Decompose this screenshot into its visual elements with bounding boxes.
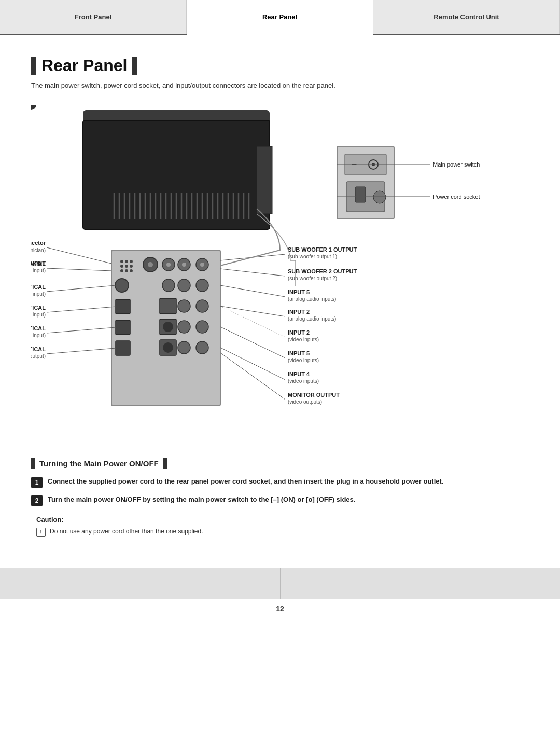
title-marker-right	[132, 57, 137, 75]
page-title-row: Rear Panel	[31, 56, 529, 75]
page-number: 12	[0, 599, 560, 618]
svg-point-45	[125, 260, 128, 263]
svg-point-79	[196, 341, 208, 354]
svg-text:(used by installation technici: (used by installation technician)	[31, 247, 46, 253]
caution-icon: !	[36, 528, 46, 537]
svg-text:INPUT 2: INPUT 2	[288, 329, 310, 336]
svg-text:MONITOR OUTPUT: MONITOR OUTPUT	[288, 392, 340, 398]
svg-point-54	[148, 262, 153, 267]
svg-text:(digital audio input): (digital audio input)	[31, 312, 46, 318]
svg-line-100	[220, 269, 285, 276]
svg-rect-66	[160, 298, 176, 314]
bottom-section: Turning the Main Power ON/OFF 1 Connect …	[0, 458, 560, 547]
svg-text:(sub-woofer output 1): (sub-woofer output 1)	[288, 254, 337, 259]
svg-point-56	[166, 263, 171, 267]
title-marker-left	[31, 57, 36, 75]
svg-rect-37	[355, 187, 366, 202]
svg-text:SUB WOOFER 1 OUTPUT: SUB WOOFER 1 OUTPUT	[288, 246, 357, 253]
svg-rect-75	[116, 341, 130, 355]
svg-text:(analog audio inputs): (analog audio inputs)	[288, 296, 336, 302]
svg-rect-30	[257, 146, 272, 214]
svg-point-47	[120, 265, 123, 268]
tab-front-panel[interactable]: Front Panel	[0, 0, 187, 34]
section-title: Turning the Main Power ON/OFF	[39, 459, 159, 468]
svg-line-80	[47, 247, 111, 264]
svg-point-78	[178, 341, 190, 354]
svg-point-61	[115, 279, 129, 292]
svg-text:(video inputs): (video inputs)	[288, 378, 319, 384]
svg-line-81	[47, 268, 111, 271]
svg-text:INPUT ¹ COAXIAL: INPUT ¹ COAXIAL	[31, 260, 46, 267]
svg-point-38	[373, 191, 386, 203]
svg-point-68	[178, 300, 190, 312]
svg-point-63	[178, 279, 190, 292]
main-content: Rear Panel The main power switch, power …	[0, 35, 560, 458]
svg-line-85	[47, 348, 116, 354]
step-1-text: Connect the supplied power cord to the r…	[48, 476, 443, 487]
svg-text:(video outputs): (video outputs)	[288, 399, 322, 405]
step-1-number: 1	[31, 477, 43, 488]
svg-point-48	[125, 265, 128, 268]
svg-text:(video inputs): (video inputs)	[288, 337, 319, 342]
caution-section: Caution: ! Do not use any power cord oth…	[31, 516, 529, 537]
svg-text:INPUT ² OPTICAL: INPUT ² OPTICAL	[31, 284, 46, 290]
tab-rear-panel[interactable]: Rear Panel	[187, 0, 373, 35]
svg-rect-70	[116, 320, 130, 335]
svg-text:(video inputs): (video inputs)	[288, 357, 319, 363]
svg-text:INPUT 5: INPUT 5	[288, 350, 310, 356]
svg-point-67	[31, 105, 36, 110]
svg-point-49	[130, 265, 133, 268]
svg-text:Power cord socket: Power cord socket	[433, 194, 480, 200]
svg-point-62	[162, 279, 175, 292]
tab-remote-control[interactable]: Remote Control Unit	[373, 0, 560, 34]
subtitle: The main power switch, power cord socket…	[31, 81, 529, 89]
header-tabs: Front Panel Rear Panel Remote Control Un…	[0, 0, 560, 35]
svg-point-73	[178, 321, 190, 333]
step-1: 1 Connect the supplied power cord to the…	[31, 476, 529, 488]
footer-cell-right	[281, 568, 561, 599]
svg-point-51	[125, 269, 128, 272]
step-2-text: Turn the main power ON/OFF by setting th…	[48, 494, 355, 505]
svg-point-74	[196, 321, 208, 333]
svg-point-77	[163, 342, 173, 353]
svg-point-60	[200, 263, 204, 267]
caution-title: Caution:	[36, 516, 529, 524]
svg-line-105	[220, 348, 285, 380]
svg-text:INPUT 2: INPUT 2	[288, 309, 310, 315]
svg-line-106	[220, 353, 285, 400]
svg-point-72	[163, 322, 173, 332]
section-marker-left	[31, 458, 35, 469]
svg-text:RS-232C connector: RS-232C connector	[31, 240, 46, 246]
svg-point-50	[120, 269, 123, 272]
svg-text:SUB WOOFER 2 OUTPUT: SUB WOOFER 2 OUTPUT	[288, 268, 357, 274]
svg-point-58	[182, 263, 186, 267]
svg-text:INPUT ³ OPTICAL: INPUT ³ OPTICAL	[31, 305, 46, 311]
svg-line-104	[220, 327, 285, 358]
svg-text:INPUT 5: INPUT 5	[288, 289, 310, 295]
svg-text:INPUT 4: INPUT 4	[288, 371, 310, 377]
svg-point-46	[130, 260, 133, 263]
svg-text:(analog audio inputs): (analog audio inputs)	[288, 316, 336, 322]
page-title: Rear Panel	[41, 56, 127, 75]
svg-line-103	[220, 306, 285, 337]
svg-rect-65	[116, 299, 130, 314]
section-marker-right	[163, 458, 167, 469]
svg-text:(digital audio output): (digital audio output)	[31, 353, 46, 359]
rear-panel-diagram: – Main power switch Power cord socket	[31, 105, 529, 437]
svg-text:–: –	[352, 159, 357, 169]
svg-text:OUTPUT OPTICAL: OUTPUT OPTICAL	[31, 346, 46, 352]
svg-text:(digital audio input): (digital audio input)	[31, 268, 46, 273]
section-title-row: Turning the Main Power ON/OFF	[31, 458, 529, 469]
footer	[0, 568, 560, 599]
svg-line-83	[47, 307, 116, 312]
svg-point-52	[130, 269, 133, 272]
svg-text:(digital audio input): (digital audio input)	[31, 291, 46, 297]
footer-cell-left	[0, 568, 281, 599]
svg-text:(digital audio input): (digital audio input)	[31, 333, 46, 338]
svg-line-84	[47, 327, 116, 333]
step-2: 2 Turn the main power ON/OFF by setting …	[31, 494, 529, 506]
svg-text:INPUT ⁴ OPTICAL: INPUT ⁴ OPTICAL	[31, 325, 46, 332]
diagram-area: – Main power switch Power cord socket	[31, 105, 529, 442]
svg-line-102	[220, 306, 285, 316]
svg-line-101	[220, 285, 285, 297]
